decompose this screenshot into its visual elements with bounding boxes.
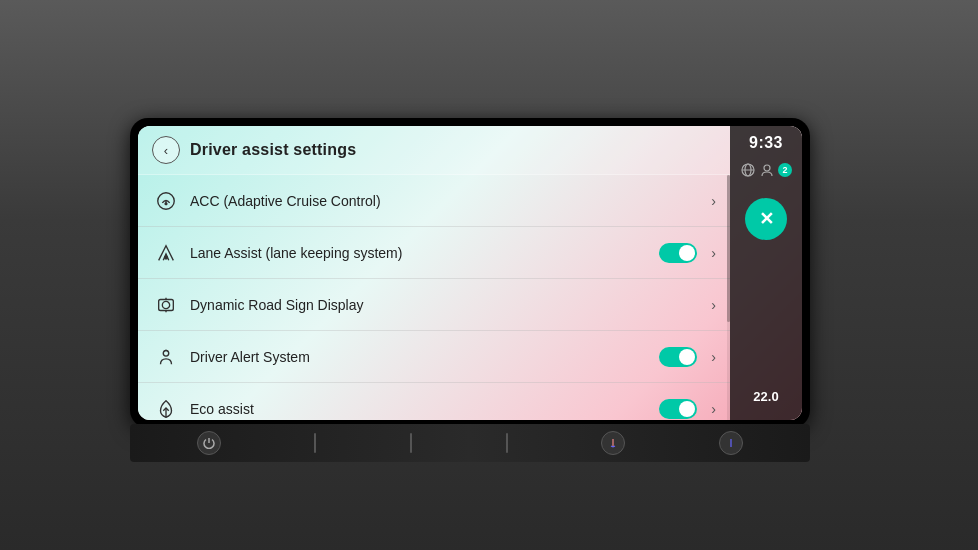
eco-assist-toggle[interactable] [659,399,697,419]
back-arrow-icon: ‹ [164,143,168,158]
lane-assist-icon [152,239,180,267]
globe-icon [740,162,756,178]
notification-badge: 2 [778,163,792,177]
status-icons-row: 2 [740,162,792,178]
screen-content: ‹ Driver assist settings [138,126,802,420]
eco-assist-icon [152,395,180,421]
car-dashboard: ‹ Driver assist settings [0,0,978,550]
scroll-thumb[interactable] [727,175,730,322]
menu-item-eco-assist[interactable]: Eco assist › [138,383,730,420]
divider-1 [314,433,316,453]
status-time: 9:33 [749,134,783,152]
svg-point-9 [764,165,770,171]
lane-assist-chevron-icon: › [711,245,716,261]
lane-assist-label: Lane Assist (lane keeping system) [190,245,659,261]
divider-3 [506,433,508,453]
infotainment-screen: ‹ Driver assist settings [138,126,802,420]
main-panel: ‹ Driver assist settings [138,126,730,420]
road-sign-chevron-icon: › [711,297,716,313]
acc-label: ACC (Adaptive Cruise Control) [190,193,705,209]
screen-bezel: ‹ Driver assist settings [130,118,810,428]
menu-list: ACC (Adaptive Cruise Control) › [138,175,730,420]
driver-alert-toggle-switch[interactable] [659,347,697,367]
menu-item-road-sign[interactable]: Dynamic Road Sign Display › [138,279,730,331]
svg-point-4 [162,301,169,308]
menu-item-acc[interactable]: ACC (Adaptive Cruise Control) › [138,175,730,227]
car-cruise-icon [152,187,180,215]
header: ‹ Driver assist settings [138,126,730,175]
scrollbar[interactable] [727,175,730,420]
power-button[interactable] [197,431,221,455]
close-button[interactable]: ✕ [745,198,787,240]
road-sign-label: Dynamic Road Sign Display [190,297,705,313]
climate-right-button[interactable] [719,431,743,455]
road-sign-icon [152,291,180,319]
driver-alert-toggle[interactable] [659,347,697,367]
lane-assist-toggle[interactable] [659,243,697,263]
menu-item-driver-alert[interactable]: Driver Alert System › [138,331,730,383]
eco-assist-chevron-icon: › [711,401,716,417]
eco-assist-label: Eco assist [190,401,659,417]
profile-icon [759,162,775,178]
back-button[interactable]: ‹ [152,136,180,164]
driver-alert-chevron-icon: › [711,349,716,365]
temperature-display: 22.0 [753,389,778,412]
svg-point-1 [165,202,167,204]
eco-assist-toggle-switch[interactable] [659,399,697,419]
driver-alert-label: Driver Alert System [190,349,659,365]
dashboard-controls [130,424,810,462]
lane-assist-toggle-switch[interactable] [659,243,697,263]
menu-item-lane-assist[interactable]: Lane Assist (lane keeping system) › [138,227,730,279]
svg-point-2 [165,256,168,259]
acc-chevron-icon: › [711,193,716,209]
driver-alert-icon [152,343,180,371]
right-sidebar: 9:33 [730,126,802,420]
divider-2 [410,433,412,453]
close-x-icon: ✕ [759,210,774,228]
climate-left-button[interactable] [601,431,625,455]
page-title: Driver assist settings [190,141,356,159]
